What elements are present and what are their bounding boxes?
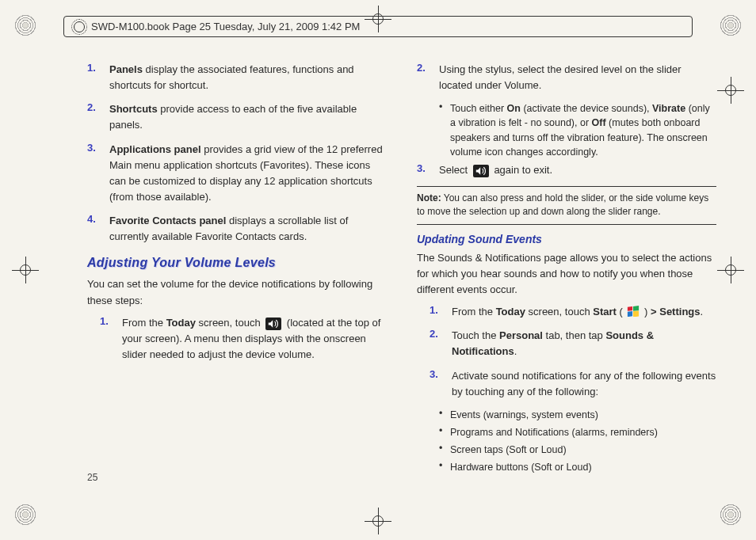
document-icon <box>74 21 85 32</box>
item-text: From the Today screen, touch Start ( ) >… <box>452 304 716 320</box>
sub-bullet: •Screen taps (Soft or Loud) <box>439 443 716 457</box>
item-text: Panels display the associated features, … <box>109 62 387 93</box>
bullet-text: Touch either On (activate the device sou… <box>450 101 716 159</box>
list-item: 1. Panels display the associated feature… <box>87 62 387 93</box>
item-text: Select again to exit. <box>439 162 716 178</box>
note-block: Note: You can also press and hold the sl… <box>417 186 716 225</box>
speaker-icon <box>473 165 489 177</box>
registration-mark <box>720 14 742 36</box>
bullet-text: Screen taps (Soft or Loud) <box>450 443 716 457</box>
item-text: Favorite Contacts panel displays a scrol… <box>109 213 387 245</box>
speaker-icon <box>265 318 281 330</box>
list-item: 2. Using the stylus, select the desired … <box>417 62 716 93</box>
registration-mark <box>720 504 742 526</box>
bullet-text: Programs and Notifications (alarms, remi… <box>450 425 716 439</box>
registration-mark <box>14 14 36 36</box>
bullet-text: Hardware buttons (Soft or Loud) <box>450 460 716 474</box>
item-text: Shortcuts provide access to each of the … <box>109 101 387 133</box>
crop-cross-icon <box>14 259 36 281</box>
item-number: 4. <box>87 213 109 245</box>
registration-mark <box>14 504 36 526</box>
right-column: 2. Using the stylus, select the desired … <box>417 62 716 485</box>
item-number: 2. <box>417 62 439 93</box>
sub-heading: Updating Sound Events <box>417 233 716 245</box>
sub-bullet: •Programs and Notifications (alarms, rem… <box>439 425 716 439</box>
item-number: 3. <box>87 142 109 206</box>
item-number: 1. <box>430 304 452 320</box>
item-number: 3. <box>417 162 439 178</box>
list-item: 2. Touch the Personal tab, then tap Soun… <box>430 328 716 359</box>
item-number: 1. <box>87 62 109 93</box>
item-number: 3. <box>430 368 452 400</box>
page-body: 1. Panels display the associated feature… <box>87 62 716 485</box>
paragraph: The Sounds & Notifications page allows y… <box>417 250 716 298</box>
windows-flag-icon <box>627 306 640 317</box>
bullet-dot: • <box>439 101 450 159</box>
list-item: 3. Applications panel provides a grid vi… <box>87 142 387 206</box>
item-text: From the Today screen, touch (located at… <box>122 315 387 363</box>
list-item: 3. Select again to exit. <box>417 162 716 178</box>
crop-cross-icon <box>720 79 742 101</box>
header-text: SWD-M100.book Page 25 Tuesday, July 21, … <box>91 21 360 32</box>
list-item: 4. Favorite Contacts panel displays a sc… <box>87 213 387 245</box>
page-number: 25 <box>87 472 97 483</box>
list-item: 2. Shortcuts provide access to each of t… <box>87 101 387 133</box>
left-column: 1. Panels display the associated feature… <box>87 62 387 485</box>
item-number: 2. <box>430 328 452 359</box>
crop-cross-icon <box>720 259 742 281</box>
sub-bullet: •Hardware buttons (Soft or Loud) <box>439 460 716 474</box>
item-text: Using the stylus, select the desired lev… <box>439 62 716 93</box>
bullet-text: Events (warnings, system events) <box>450 408 716 422</box>
crop-cross-icon <box>367 510 389 532</box>
page-header-bar: SWD-M100.book Page 25 Tuesday, July 21, … <box>63 16 693 37</box>
sub-bullet: •Events (warnings, system events) <box>439 408 716 422</box>
item-text: Touch the Personal tab, then tap Sounds … <box>452 328 716 359</box>
item-text: Activate sound notifications for any of … <box>452 368 716 400</box>
section-heading: Adjusting Your Volume Levels <box>87 256 387 270</box>
sub-bullet: • Touch either On (activate the device s… <box>439 101 716 159</box>
list-item: 1. From the Today screen, touch (located… <box>100 315 387 363</box>
paragraph: You can set the volume for the device no… <box>87 276 387 308</box>
item-number: 2. <box>87 101 109 133</box>
list-item: 3. Activate sound notifications for any … <box>430 368 716 400</box>
item-text: Applications panel provides a grid view … <box>109 142 387 206</box>
item-number: 1. <box>100 315 122 363</box>
list-item: 1. From the Today screen, touch Start ( … <box>430 304 716 320</box>
